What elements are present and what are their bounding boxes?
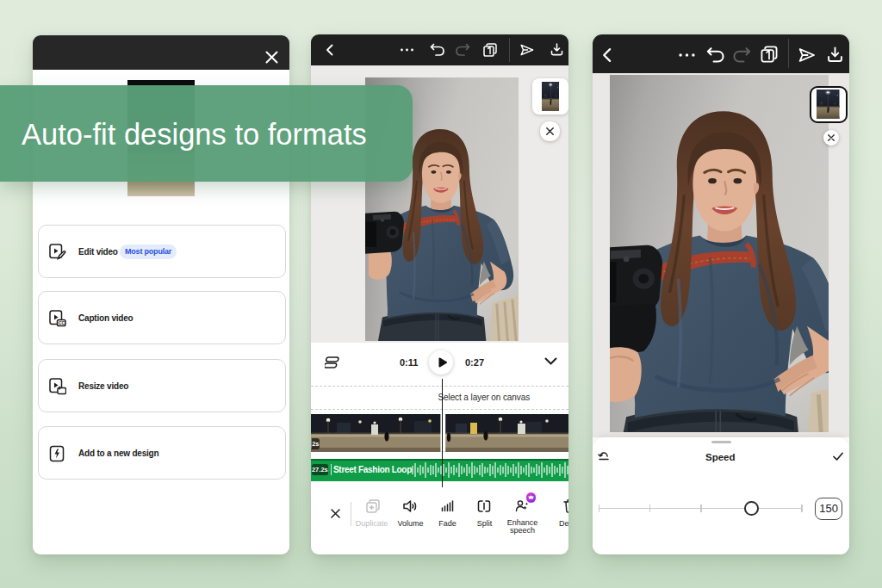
- svg-text:CC: CC: [59, 320, 65, 325]
